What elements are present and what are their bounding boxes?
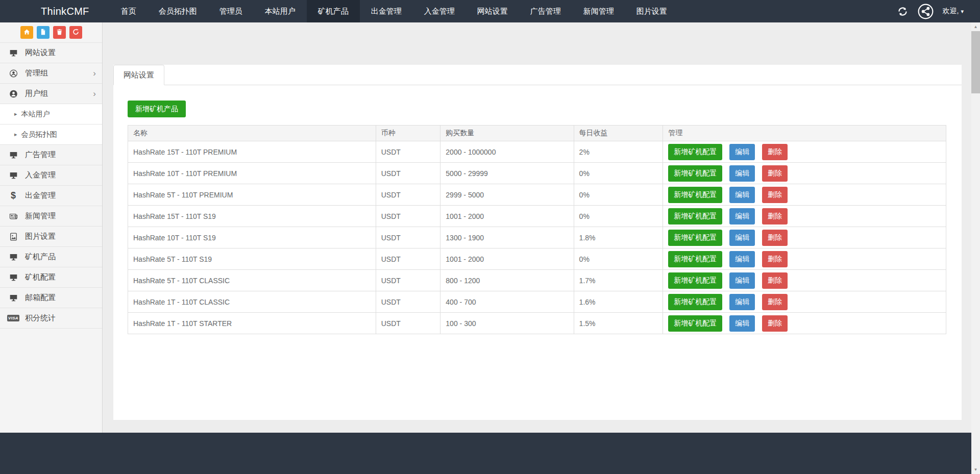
- edit-button[interactable]: 编辑: [729, 272, 755, 289]
- sidebar-item[interactable]: 入金管理 ›: [0, 165, 102, 186]
- cell-currency: USDT: [376, 184, 440, 206]
- nav-item-2[interactable]: 会员拓扑图: [148, 0, 208, 22]
- delete-button[interactable]: 删除: [762, 230, 788, 246]
- desktop-icon: [8, 171, 18, 180]
- sidebar-item[interactable]: 网站设置 ›: [0, 43, 102, 63]
- add-miner-product-button[interactable]: 新增矿机产品: [128, 101, 186, 117]
- quick-trash-button[interactable]: [53, 26, 66, 39]
- refresh-icon[interactable]: [897, 6, 909, 17]
- navbar-right: 欢迎, ▾: [897, 0, 980, 22]
- desktop-icon: [8, 48, 18, 58]
- scrollbar: ▲ ▼: [971, 22, 980, 474]
- add-miner-config-button[interactable]: 新增矿机配置: [668, 294, 722, 310]
- sidebar-subitem[interactable]: ▸ 会员拓扑图: [0, 124, 102, 145]
- cell-currency: USDT: [376, 313, 440, 334]
- cell-currency: USDT: [376, 227, 440, 248]
- sidebar-item[interactable]: 用户组 ›: [0, 84, 102, 104]
- add-miner-config-button[interactable]: 新增矿机配置: [668, 251, 722, 267]
- welcome-dropdown[interactable]: 欢迎, ▾: [943, 7, 964, 16]
- home-icon: [23, 29, 30, 37]
- edit-button[interactable]: 编辑: [729, 165, 755, 182]
- sidebar-item[interactable]: 图片设置 ›: [0, 227, 102, 247]
- nav-item-5[interactable]: 矿机产品: [307, 0, 360, 22]
- quick-file-button[interactable]: [37, 26, 50, 39]
- edit-button[interactable]: 编辑: [729, 230, 755, 246]
- sidebar-item[interactable]: 矿机产品 ›: [0, 247, 102, 267]
- delete-button[interactable]: 删除: [762, 208, 788, 224]
- avatar[interactable]: [918, 4, 934, 19]
- cell-name: HashRate 10T - 110T S19: [128, 227, 376, 248]
- nav-item-11[interactable]: 图片设置: [625, 0, 678, 22]
- recycle-icon: [72, 29, 79, 37]
- nav-item-4[interactable]: 本站用户: [254, 0, 307, 22]
- sidebar-item[interactable]: VISA 积分统计 ›: [0, 308, 102, 329]
- quick-home-button[interactable]: [20, 26, 33, 39]
- sidebar-item[interactable]: 邮箱配置 ›: [0, 288, 102, 308]
- user-circle-filled-icon: [8, 89, 18, 98]
- caret-right-icon: ▸: [14, 131, 17, 138]
- sidebar-subitem[interactable]: ▸ 本站用户: [0, 104, 102, 124]
- delete-button[interactable]: 删除: [762, 294, 788, 310]
- sidebar-item-label: 矿机配置: [25, 272, 93, 282]
- scrollbar-down-arrow[interactable]: ▼: [971, 465, 980, 474]
- delete-button[interactable]: 删除: [762, 144, 788, 160]
- chevron-right-icon: ›: [93, 89, 96, 98]
- nav-item-8[interactable]: 网站设置: [466, 0, 519, 22]
- edit-button[interactable]: 编辑: [729, 294, 755, 310]
- cell-quantity: 2999 - 5000: [440, 184, 574, 206]
- cell-quantity: 1001 - 2000: [440, 206, 574, 227]
- sidebar-item[interactable]: 矿机配置 ›: [0, 267, 102, 288]
- sidebar-item[interactable]: 管理组 ›: [0, 63, 102, 84]
- sidebar-item[interactable]: 广告管理 ›: [0, 145, 102, 165]
- desktop-icon: [8, 273, 18, 282]
- sidebar-item[interactable]: 新闻管理 ›: [0, 206, 102, 227]
- sidebar-item-label: 出金管理: [25, 191, 93, 201]
- cell-name: HashRate 5T - 110T S19: [128, 248, 376, 270]
- add-miner-config-button[interactable]: 新增矿机配置: [668, 144, 722, 160]
- nav-item-label: 出金管理: [371, 7, 402, 16]
- card-body: 新增矿机产品 名称币种购买数量每日收益管理 HashRate 15T - 110…: [113, 85, 962, 334]
- brand-logo[interactable]: ThinkCMF: [0, 0, 110, 22]
- add-miner-config-button[interactable]: 新增矿机配置: [668, 187, 722, 203]
- add-miner-config-button[interactable]: 新增矿机配置: [668, 208, 722, 224]
- edit-button[interactable]: 编辑: [729, 315, 755, 332]
- cell-daily-profit: 0%: [574, 248, 663, 270]
- sidebar-item-label: 积分统计: [25, 313, 93, 323]
- add-miner-config-button[interactable]: 新增矿机配置: [668, 272, 722, 289]
- nav-item-1[interactable]: 首页: [110, 0, 148, 22]
- user-circle-icon: [8, 69, 18, 78]
- quick-recycle-button[interactable]: [69, 26, 82, 39]
- sidebar-item-label: 用户组: [25, 89, 93, 98]
- cell-currency: USDT: [376, 248, 440, 270]
- add-miner-config-button[interactable]: 新增矿机配置: [668, 315, 722, 332]
- table-header-cell: 名称: [128, 126, 376, 141]
- nav-item-6[interactable]: 出金管理: [360, 0, 413, 22]
- sidebar-item[interactable]: $ 出金管理 ›: [0, 186, 102, 206]
- add-miner-config-button[interactable]: 新增矿机配置: [668, 165, 722, 182]
- content-card: 网站设置 新增矿机产品 名称币种购买数量每日收益管理 HashRate 15T …: [113, 65, 962, 420]
- nav-item-9[interactable]: 广告管理: [519, 0, 572, 22]
- sidebar-item-label: 邮箱配置: [25, 293, 93, 303]
- cell-quantity: 1001 - 2000: [440, 248, 574, 270]
- edit-button[interactable]: 编辑: [729, 251, 755, 267]
- edit-button[interactable]: 编辑: [729, 144, 755, 160]
- cell-daily-profit: 1.6%: [574, 291, 663, 313]
- dollar-icon: $: [8, 191, 18, 201]
- edit-button[interactable]: 编辑: [729, 208, 755, 224]
- sidebar: 网站设置 › 管理组 › 用户组 › ▸ 本站用户 ▸ 会员拓扑图 广告管理 ›…: [0, 22, 103, 433]
- delete-button[interactable]: 删除: [762, 165, 788, 182]
- delete-button[interactable]: 删除: [762, 187, 788, 203]
- edit-button[interactable]: 编辑: [729, 187, 755, 203]
- nav-item-label: 新闻管理: [583, 7, 614, 16]
- tab-site-settings[interactable]: 网站设置: [113, 65, 164, 85]
- scrollbar-up-arrow[interactable]: ▲: [971, 22, 980, 31]
- nav-item-7[interactable]: 入金管理: [413, 0, 466, 22]
- delete-button[interactable]: 删除: [762, 315, 788, 332]
- add-miner-config-button[interactable]: 新增矿机配置: [668, 230, 722, 246]
- delete-button[interactable]: 删除: [762, 251, 788, 267]
- delete-button[interactable]: 删除: [762, 272, 788, 289]
- nav-item-10[interactable]: 新闻管理: [572, 0, 625, 22]
- nav-item-3[interactable]: 管理员: [208, 0, 254, 22]
- sidebar-item-label: 广告管理: [25, 150, 93, 160]
- scrollbar-thumb[interactable]: [971, 31, 980, 93]
